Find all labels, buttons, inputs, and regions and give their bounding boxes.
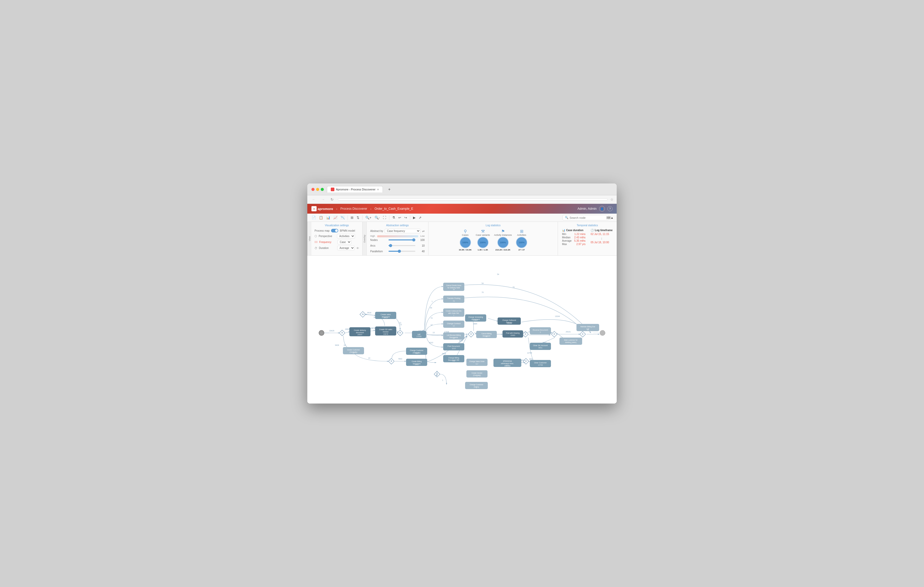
node-clear-customer[interactable] xyxy=(530,360,551,367)
maximize-button[interactable] xyxy=(321,188,324,191)
arc-label-70: 70 xyxy=(513,286,515,288)
browser-window: Apromore - Process Discoverer ✕ + ← → ↻ … xyxy=(307,184,617,403)
node-reverse[interactable] xyxy=(530,327,551,334)
tool-doc1[interactable]: 📄 xyxy=(310,215,317,220)
node-speekesa-text: SPEEKESA xyxy=(503,360,512,362)
node-null-text: null xyxy=(417,334,421,335)
activities-stat: ⊞ Activities 100% 27 / 27 xyxy=(516,229,527,251)
process-map[interactable]: 54 70 ··· 3342 xyxy=(307,256,617,403)
gateway-6-label: × xyxy=(525,332,526,335)
tool-sort[interactable]: ⇅ xyxy=(355,215,361,220)
back-button[interactable]: ← xyxy=(310,197,317,202)
bookmark-button[interactable]: ☆ xyxy=(610,197,614,202)
arc-num-1411: 1411 xyxy=(521,359,525,361)
node-mark-count: 1 xyxy=(570,342,571,344)
parallelism-track xyxy=(389,251,415,252)
settings-panels: View Visualization settings Process map … xyxy=(307,222,617,256)
browser-tab[interactable]: Apromore - Process Discoverer ✕ xyxy=(327,186,383,192)
user-name: Admin, Admin xyxy=(578,207,597,210)
tool-layout[interactable]: ⊞ xyxy=(349,215,355,220)
search-node-input[interactable] xyxy=(569,216,605,219)
eye-icon[interactable]: 👁 xyxy=(356,247,359,250)
breadcrumb-separator: › xyxy=(336,207,337,211)
view-toggle[interactable] xyxy=(331,229,338,232)
tool-play[interactable]: ▶ xyxy=(412,215,417,220)
arcs-thumb[interactable] xyxy=(389,244,392,247)
forward-button[interactable]: → xyxy=(320,197,327,202)
abstract-by-select[interactable]: Case frequency xyxy=(384,229,421,233)
arc-label-70-top: 70 xyxy=(482,291,483,293)
tool-zoom-in[interactable]: 🔍+ xyxy=(364,215,373,220)
node-post-clearing[interactable] xyxy=(502,330,523,337)
date-start: 02 Jul 15, 11:15 xyxy=(591,233,612,235)
cases-icon: ⚲ xyxy=(459,229,472,234)
user-avatar[interactable]: 👤 xyxy=(599,206,605,212)
node-change-cust-c-count: 7843 xyxy=(415,352,419,354)
case-variants-value: 1.3K / 1.3K xyxy=(476,249,490,251)
average-value: 5.35 mths xyxy=(574,239,586,242)
duration-select[interactable]: Average xyxy=(337,246,355,250)
close-button[interactable] xyxy=(312,188,315,191)
node-create-delivery-count: 26697 xyxy=(357,334,363,335)
arc-scheduling-outbound xyxy=(488,318,498,321)
tool-doc4[interactable]: 📈 xyxy=(332,215,339,220)
arc-label-54: 54 xyxy=(497,273,499,275)
search-icon: 🔍 xyxy=(565,216,568,219)
frequency-select[interactable]: Case xyxy=(337,240,351,244)
tool-doc2[interactable]: 📋 xyxy=(318,215,324,220)
abstraction-settings: Abstraction settings Abstract by Case fr… xyxy=(366,222,429,255)
arc-gw4-cancel xyxy=(425,286,443,330)
tool-share[interactable]: ⇗ xyxy=(417,215,423,220)
tool-undo[interactable]: ↩ xyxy=(397,215,403,220)
minimize-button[interactable] xyxy=(316,188,319,191)
node-billing350-text: Change Billing xyxy=(448,357,459,359)
arc-num-12-b: 12 xyxy=(431,324,432,326)
log-timeframe-label: Log timeframe xyxy=(595,229,612,232)
cases-stat: ⚲ Cases 100% 34.9K / 34.9K xyxy=(459,229,472,251)
reload-button[interactable]: ↻ xyxy=(329,197,335,202)
perspective-select[interactable]: Activities xyxy=(337,234,355,238)
node-maintain-count: 12 xyxy=(587,329,589,330)
cases-label: Cases xyxy=(459,234,472,236)
gateway-5-label: × xyxy=(470,332,472,335)
gateway-2-label: × xyxy=(362,312,363,316)
process-map-label: Process map xyxy=(315,229,330,232)
activity-instances-circle: 100% xyxy=(497,237,509,248)
arc-num-12789: 12789 xyxy=(527,352,532,354)
nodes-fill xyxy=(389,239,415,240)
collapse-panel-button[interactable]: ▲ xyxy=(610,216,614,220)
tool-zoom-out[interactable]: 🔍- xyxy=(373,215,381,220)
node-clear-cust-text: Clear Customer xyxy=(534,362,547,363)
help-button[interactable]: ? xyxy=(607,206,612,211)
tab-close-icon[interactable]: ✕ xyxy=(377,188,379,191)
node-create-sales-count: 9918 xyxy=(384,317,388,319)
tool-doc5[interactable]: 📉 xyxy=(339,215,346,220)
cases-circle: 100% xyxy=(460,237,471,248)
median-value: 2.43 mths xyxy=(574,236,586,239)
breadcrumb-process-discoverer[interactable]: Process Discoverer xyxy=(340,207,367,210)
timeframe-icon: 🕐 xyxy=(591,229,594,232)
arcs-slider-container xyxy=(389,243,415,248)
average-label: Average xyxy=(562,239,572,242)
tool-filter[interactable]: ⚗ xyxy=(391,215,396,220)
tool-fit[interactable]: ⛶ xyxy=(381,215,388,220)
perspective-icon: ⬡ xyxy=(315,235,317,238)
abstraction-title: Abstraction settings xyxy=(370,224,425,227)
node-outbound-d-count: 13244 xyxy=(507,322,512,324)
parallelism-thumb[interactable] xyxy=(398,250,401,253)
swap-icon[interactable]: ⇌ xyxy=(422,229,425,233)
arc-num-10-a: 10 xyxy=(344,344,346,346)
arc-del-sd xyxy=(370,330,375,331)
arc-num-9408: 9408 xyxy=(335,344,339,346)
tool-doc3[interactable]: 📊 xyxy=(325,215,332,220)
max-value: 2.97 yrs xyxy=(576,243,586,245)
tool-redo[interactable]: ↪ xyxy=(403,215,408,220)
node-clear-gl[interactable] xyxy=(530,343,551,350)
node-gl-text: Clear G/L Account xyxy=(533,345,548,346)
nodes-thumb[interactable] xyxy=(412,238,415,242)
favicon-icon xyxy=(331,187,334,191)
node-scheduling-count: 2885 xyxy=(474,319,478,321)
new-tab-button[interactable]: + xyxy=(386,187,393,192)
app-brand: a apromore › Process Discoverer › Order_… xyxy=(312,206,413,211)
visualization-title: Visualization settings xyxy=(315,224,359,227)
